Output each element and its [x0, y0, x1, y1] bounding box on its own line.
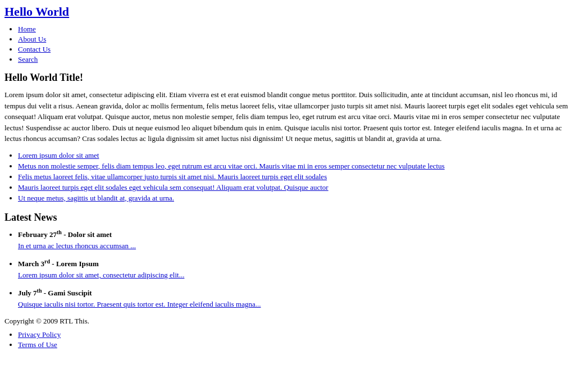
news-list: February 27th - Dolor sit ametIn et urna… [4, 229, 571, 309]
news-item-sup: th [57, 229, 62, 235]
nav-item: Contact Us [18, 45, 571, 54]
news-item-title: July 7th - Gami Suscipit [18, 289, 92, 297]
news-item-sup: rd [44, 258, 50, 265]
footer-link-list: Privacy PolicyTerms of Use [4, 330, 571, 349]
list-item: Ut neque metus, sagittis ut blandit at, … [18, 194, 571, 203]
nav-item: Search [18, 55, 571, 64]
nav-link[interactable]: Search [18, 55, 38, 63]
nav-link[interactable]: About Us [18, 35, 46, 43]
news-item-summary-link[interactable]: Quisque iaculis nisi tortor. Praesent qu… [18, 300, 571, 309]
footer-link-item: Privacy Policy [18, 330, 571, 339]
list-item: Metus non molestie semper, felis diam te… [18, 162, 571, 171]
news-item: February 27th - Dolor sit ametIn et urna… [18, 229, 571, 250]
news-item-summary-link[interactable]: Lorem ipsum dolor sit amet, consectetur … [18, 271, 571, 280]
main-nav: HomeAbout UsContact UsSearch [4, 25, 571, 64]
news-item-summary-link[interactable]: In et urna ac lectus rhoncus accumsan ..… [18, 241, 571, 250]
nav-item: About Us [18, 35, 571, 44]
link-list: Lorem ipsum dolor sit ametMetus non mole… [4, 151, 571, 203]
news-item: July 7th - Gami SuscipitQuisque iaculis … [18, 288, 571, 309]
news-item-sup: th [37, 288, 42, 294]
page-title: Hello World Title! [4, 72, 571, 84]
footer-links: Privacy PolicyTerms of Use [4, 330, 571, 349]
list-item-link[interactable]: Metus non molestie semper, felis diam te… [18, 162, 445, 170]
nav-link[interactable]: Contact Us [18, 45, 51, 53]
list-item-link[interactable]: Ut neque metus, sagittis ut blandit at, … [18, 194, 174, 202]
news-item-title: March 3rd - Lorem Ipsum [18, 259, 99, 268]
footer-link[interactable]: Privacy Policy [18, 330, 61, 339]
list-item-link[interactable]: Mauris laoreet turpis eget elit sodales … [18, 183, 328, 192]
site-title[interactable]: Hello World [4, 4, 571, 19]
nav-link[interactable]: Home [18, 25, 36, 33]
list-item-link[interactable]: Felis metus laoreet felis, vitae ullamco… [18, 172, 327, 181]
latest-news-title: Latest News [4, 212, 571, 224]
copyright: Copyright © 2009 RTL This. [4, 317, 571, 326]
list-item-link[interactable]: Lorem ipsum dolor sit amet [18, 151, 99, 159]
list-item: Lorem ipsum dolor sit amet [18, 151, 571, 160]
list-item: Felis metus laoreet felis, vitae ullamco… [18, 172, 571, 181]
footer-link[interactable]: Terms of Use [18, 340, 57, 349]
news-item-title: February 27th - Dolor sit amet [18, 230, 112, 239]
list-item: Mauris laoreet turpis eget elit sodales … [18, 183, 571, 192]
nav-list: HomeAbout UsContact UsSearch [4, 25, 571, 64]
news-item: March 3rd - Lorem IpsumLorem ipsum dolor… [18, 258, 571, 280]
nav-item: Home [18, 25, 571, 34]
main-paragraph: Lorem ipsum dolor sit amet, consectetur … [4, 89, 571, 144]
footer-link-item: Terms of Use [18, 340, 571, 349]
